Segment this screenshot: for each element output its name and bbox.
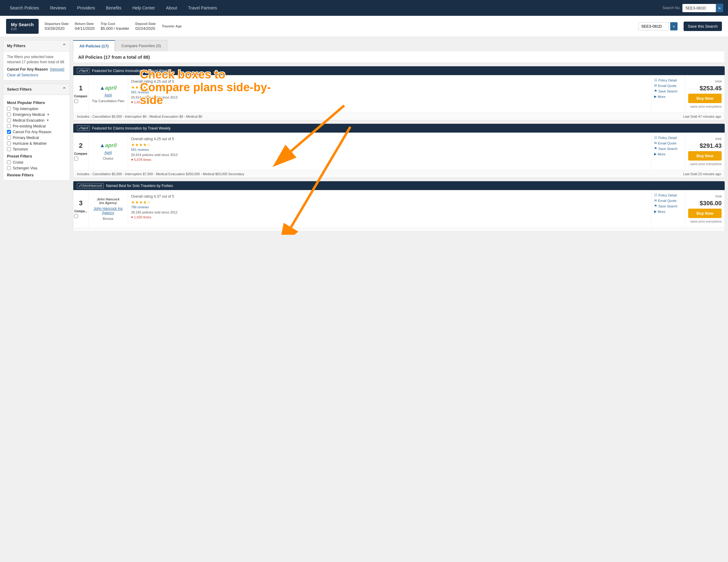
- select-filters-section: Select Filters ⌃ Most Popular Filters Tr…: [3, 84, 70, 181]
- my-filters-header: My Filters ⌃: [3, 40, 70, 51]
- my-search-title: My Search: [11, 22, 34, 27]
- remove-filter-link[interactable]: [remove]: [50, 67, 64, 71]
- policies-header-text: All Policies (17 from a total of 88): [78, 54, 150, 60]
- policies-header: All Policies (17 from a total of 88): [73, 51, 725, 63]
- policy-3-detail-link[interactable]: ☷ Policy Detail: [654, 193, 682, 197]
- policy-1-save-link[interactable]: ⚑ Save Search: [654, 89, 682, 93]
- preset-filters-section: Preset Filters Cruise Schengen Visa: [7, 154, 66, 170]
- filter-schengen[interactable]: Schengen Visa: [7, 166, 66, 170]
- filter-cruise-checkbox[interactable]: [7, 160, 11, 164]
- policy-3-save-link[interactable]: ⚑ Save Search: [654, 204, 682, 208]
- nav-about[interactable]: About: [161, 1, 182, 15]
- deposit-date-value: 02/24/2020: [135, 26, 156, 31]
- policy-3-company-link[interactable]: John Hancock Ins Agency: [91, 206, 125, 215]
- nav-reviews[interactable]: Reviews: [45, 1, 71, 15]
- policy-1-last-sold: Last Sold 47 minutes ago: [683, 115, 721, 118]
- filter-preexisting-medical[interactable]: Pre-existing Medical: [7, 124, 66, 128]
- search-no-label: Search No.: [662, 6, 681, 10]
- policy-3-compare-checkbox[interactable]: [74, 214, 78, 218]
- policy-card-2: ☍april Featured for Claims Innovation by…: [73, 123, 725, 178]
- filter-trip-interruption[interactable]: Trip Interruption: [7, 107, 66, 111]
- filter-primary-medical[interactable]: Primary Medical: [7, 136, 66, 140]
- policy-card-3: ☍JohnHancock Named Best for Solo Travele…: [73, 181, 725, 232]
- filter-emergency-medical[interactable]: Emergency Medical ▼: [7, 113, 66, 117]
- return-date-value: 04/11/2020: [75, 26, 95, 31]
- policy-1-price-label: total: [715, 79, 722, 83]
- select-filters-body: Most Popular Filters Trip Interruption E…: [3, 95, 70, 180]
- policy-3-same-price: same price everywhere: [690, 220, 722, 223]
- select-filters-header: Select Filters ⌃: [3, 84, 70, 95]
- filter-primary-medical-checkbox[interactable]: [7, 136, 11, 140]
- search-no-inline-button[interactable]: »: [670, 22, 677, 30]
- policy-2-reviews-link[interactable]: 581 reviews: [131, 148, 149, 151]
- my-search-edit[interactable]: Edit: [11, 27, 34, 31]
- policy-1-reviews-link[interactable]: 581 reviews: [131, 90, 149, 94]
- policy-1-more-link[interactable]: ▶ More: [654, 95, 682, 99]
- policy-3-featured-text: Named Best for Solo Travelers by Forbes: [106, 184, 173, 188]
- policy-3-reviews-link[interactable]: 786 reviews: [131, 205, 149, 209]
- policy-3-buy-now[interactable]: Buy Now: [688, 209, 722, 218]
- search-no-inline-input[interactable]: [639, 22, 669, 30]
- policy-2-compare-checkbox[interactable]: [74, 157, 78, 161]
- policy-2-company-link[interactable]: April: [104, 151, 112, 155]
- policy-3-compare: Compa...: [74, 210, 87, 219]
- nav-search-no-input[interactable]: [682, 4, 716, 12]
- policy-1-email-link[interactable]: ✉ Email Quote: [654, 84, 682, 88]
- policy-2-same-price: same price everywhere: [690, 162, 722, 166]
- nav-providers[interactable]: Providers: [72, 1, 100, 15]
- filter-hurricane-weather-checkbox[interactable]: [7, 141, 11, 145]
- select-filters-chevron[interactable]: ⌃: [62, 86, 66, 92]
- policy-1-price-value: $253.45: [700, 85, 722, 92]
- filter-trip-interruption-label: Trip Interruption: [13, 107, 38, 111]
- my-search-button[interactable]: My Search Edit: [6, 19, 39, 34]
- policy-detail-3-icon: ☷: [654, 193, 657, 197]
- save-search-button[interactable]: Save this Search: [684, 22, 722, 31]
- filter-cancel-any-reason-label: Cancel For Any Reason: [13, 130, 51, 134]
- policy-3-price: total $306.00 Buy Now same price everywh…: [685, 190, 725, 227]
- policy-2-email-link[interactable]: ✉ Email Quote: [654, 141, 682, 145]
- nav-travel-partners[interactable]: Travel Partners: [183, 1, 222, 15]
- policy-1-compare-checkbox[interactable]: [74, 99, 78, 103]
- policy-2-buy-now[interactable]: Buy Now: [688, 151, 722, 161]
- nav-benefits[interactable]: Benefits: [101, 1, 127, 15]
- policy-2-more-link[interactable]: ▶ More: [654, 152, 682, 156]
- filter-schengen-label: Schengen Visa: [13, 166, 37, 170]
- medical-evacuation-dropdown-icon[interactable]: ▼: [46, 119, 49, 122]
- clear-all-link[interactable]: Clear all Selections: [7, 73, 38, 77]
- filter-medical-evacuation-checkbox[interactable]: [7, 118, 11, 122]
- policy-3-more-link[interactable]: ▶ More: [654, 210, 682, 213]
- tab-compare-favorites[interactable]: Compare Favorites (0): [115, 40, 167, 51]
- april-logo-2-icon: ☍april: [77, 126, 90, 131]
- filter-cancel-any-reason-checkbox[interactable]: [7, 130, 11, 134]
- filter-emergency-medical-checkbox[interactable]: [7, 113, 11, 116]
- filter-trip-interruption-checkbox[interactable]: [7, 107, 11, 111]
- emergency-medical-dropdown-icon[interactable]: ▼: [47, 113, 50, 116]
- policy-1-company-link[interactable]: April: [104, 93, 112, 97]
- filter-terrorism-checkbox[interactable]: [7, 147, 11, 151]
- return-date-field: Return Date 04/11/2020: [75, 22, 95, 31]
- policy-1-detail-link[interactable]: ☷ Policy Detail: [654, 78, 682, 82]
- filter-schengen-checkbox[interactable]: [7, 166, 11, 170]
- nav-help-center[interactable]: Help Center: [127, 1, 160, 15]
- filter-cancel-any-reason[interactable]: Cancel For Any Reason: [7, 130, 66, 134]
- filter-preexisting-medical-checkbox[interactable]: [7, 124, 11, 128]
- filter-cruise[interactable]: Cruise: [7, 160, 66, 165]
- content-area: All Policies (17) Compare Favorites (0) …: [73, 40, 725, 235]
- policy-2-detail-link[interactable]: ☷ Policy Detail: [654, 136, 682, 140]
- policy-2-save-link[interactable]: ⚑ Save Search: [654, 147, 682, 151]
- filter-result-text: The filters you selected have returned 1…: [7, 54, 66, 65]
- filter-primary-medical-label: Primary Medical: [13, 136, 39, 140]
- nav-search-policies[interactable]: Search Policies: [5, 1, 44, 15]
- nav-search-no-button[interactable]: »: [716, 4, 723, 12]
- policy-2-compare: Compare: [74, 152, 87, 161]
- filter-terrorism[interactable]: Terrorism: [7, 147, 66, 151]
- filter-medical-evacuation[interactable]: Medical Evacuation ▼: [7, 118, 66, 123]
- tab-all-policies[interactable]: All Policies (17): [73, 40, 115, 51]
- filter-hurricane-weather[interactable]: Hurricane & Weather: [7, 141, 66, 146]
- departure-date-value: 03/28/2020: [45, 26, 69, 31]
- departure-date-label: Departure Date: [45, 22, 69, 26]
- policy-2-last-sold: Last Sold 23 minutes ago: [683, 172, 721, 176]
- my-filters-chevron[interactable]: ⌃: [62, 43, 66, 49]
- policy-1-buy-now[interactable]: Buy Now: [688, 94, 722, 103]
- policy-3-email-link[interactable]: ✉ Email Quote: [654, 199, 682, 203]
